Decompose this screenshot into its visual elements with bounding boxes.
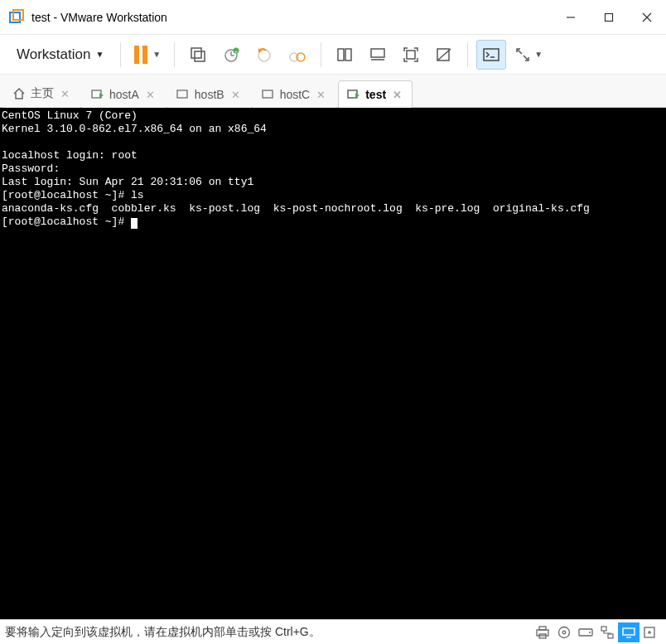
chevron-down-icon: ▼ <box>95 50 104 59</box>
svg-rect-30 <box>177 90 187 98</box>
svg-text:+: + <box>235 48 239 53</box>
terminal-line: [root@localhost ~]# ls <box>2 189 144 201</box>
svg-rect-7 <box>195 51 205 61</box>
terminal[interactable]: CentOS Linux 7 (Core) Kernel 3.10.0-862.… <box>0 108 666 619</box>
view-single-button[interactable] <box>330 40 360 70</box>
svg-rect-41 <box>601 627 606 631</box>
svg-rect-43 <box>623 628 635 635</box>
minimize-button[interactable] <box>552 0 590 35</box>
chevron-down-icon: ▼ <box>534 50 543 59</box>
separator <box>120 42 121 67</box>
unity-button[interactable] <box>429 40 459 70</box>
send-ctrl-alt-del-button[interactable] <box>183 40 213 70</box>
snapshot-manager-button[interactable] <box>282 40 312 70</box>
terminal-line: Last login: Sun Apr 21 20:31:06 on tty1 <box>2 176 253 188</box>
tab-home[interactable]: 主页 ✕ <box>3 79 80 108</box>
terminal-prompt: [root@localhost ~]# <box>2 215 131 228</box>
pause-button[interactable]: ▼ <box>129 40 166 70</box>
svg-line-27 <box>524 56 528 60</box>
svg-rect-19 <box>371 49 384 57</box>
svg-rect-24 <box>484 49 499 61</box>
device-network-icon[interactable] <box>596 622 618 642</box>
window-title: test - VMware Workstation <box>31 11 552 24</box>
home-icon <box>12 88 26 99</box>
close-icon[interactable]: ✕ <box>315 89 327 101</box>
svg-rect-31 <box>263 90 273 98</box>
close-icon[interactable]: ✕ <box>59 88 71 100</box>
vm-icon <box>91 89 104 100</box>
fullscreen-button[interactable] <box>396 40 426 70</box>
close-icon[interactable]: ✕ <box>391 89 403 101</box>
workstation-menu[interactable]: Workstation ▼ <box>8 41 112 68</box>
tab-label: hostC <box>280 88 311 101</box>
close-icon[interactable]: ✕ <box>229 89 242 101</box>
tab-test[interactable]: test ✕ <box>338 80 413 108</box>
pause-icon <box>134 46 147 64</box>
stretch-button[interactable]: ▼ <box>509 40 548 70</box>
console-view-button[interactable] <box>476 40 506 70</box>
svg-rect-18 <box>345 49 351 61</box>
window-controls <box>552 0 666 35</box>
close-button[interactable] <box>628 0 666 35</box>
cursor-icon <box>131 218 138 229</box>
device-disc-icon[interactable] <box>553 622 575 642</box>
vm-icon <box>176 89 190 100</box>
maximize-button[interactable] <box>590 0 628 35</box>
toolbar: Workstation ▼ ▼ + ▼ <box>0 35 666 75</box>
svg-line-26 <box>518 50 522 54</box>
svg-point-40 <box>589 632 591 633</box>
terminal-line: anaconda-ks.cfg cobbler.ks ks-post.log k… <box>2 202 590 215</box>
svg-rect-0 <box>10 12 20 22</box>
workstation-menu-label: Workstation <box>17 46 90 63</box>
svg-rect-21 <box>407 51 415 59</box>
terminal-line: localhost login: root <box>2 149 138 162</box>
tab-hostC[interactable]: hostC ✕ <box>253 80 337 108</box>
svg-rect-35 <box>539 627 546 630</box>
snapshot-take-button[interactable]: + <box>216 40 246 70</box>
terminal-line: Kernel 3.10.0-862.el7.x86_64 on an x86_6… <box>2 123 267 135</box>
titlebar: test - VMware Workstation <box>0 0 666 35</box>
tab-label: hostB <box>195 88 224 101</box>
view-console-button[interactable] <box>363 40 393 70</box>
tab-label: hostA <box>109 88 139 101</box>
svg-point-37 <box>559 627 570 637</box>
app-icon <box>8 9 25 26</box>
separator <box>174 42 175 67</box>
tab-hostA[interactable]: hostA ✕ <box>82 80 166 108</box>
svg-rect-42 <box>608 634 613 638</box>
status-bar: 要将输入定向到该虚拟机，请在虚拟机内部单击或按 Ctrl+G。 <box>0 619 666 644</box>
status-message: 要将输入定向到该虚拟机，请在虚拟机内部单击或按 Ctrl+G。 <box>5 625 532 640</box>
tab-label: test <box>365 88 386 101</box>
terminal-line: Password: <box>2 162 60 175</box>
tab-hostB[interactable]: hostB ✕ <box>167 80 251 108</box>
svg-rect-1 <box>13 10 23 20</box>
svg-rect-6 <box>191 48 201 58</box>
chevron-down-icon: ▼ <box>152 50 161 59</box>
device-more-icon[interactable] <box>639 622 661 642</box>
separator <box>321 42 321 67</box>
tab-label: 主页 <box>31 86 54 101</box>
close-icon[interactable]: ✕ <box>144 89 157 101</box>
vm-icon <box>262 89 275 100</box>
svg-rect-17 <box>338 49 344 61</box>
separator <box>467 42 468 67</box>
svg-rect-3 <box>606 13 613 21</box>
svg-point-38 <box>562 631 566 634</box>
svg-rect-34 <box>537 630 548 636</box>
snapshot-revert-button[interactable] <box>249 40 279 70</box>
vm-icon <box>347 89 360 100</box>
device-printer-icon[interactable] <box>532 622 553 642</box>
device-display-icon[interactable] <box>618 622 639 642</box>
device-hdd-icon[interactable] <box>575 622 596 642</box>
terminal-line: CentOS Linux 7 (Core) <box>2 109 138 122</box>
tabs-bar: 主页 ✕ hostA ✕ hostB ✕ hostC ✕ test ✕ <box>0 75 666 108</box>
